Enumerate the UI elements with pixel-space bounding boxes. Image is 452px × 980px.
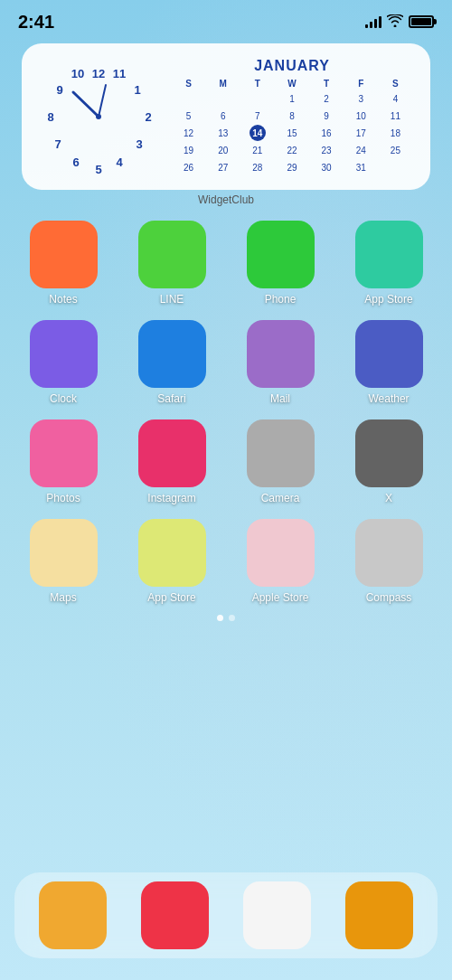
svg-text:12: 12 (92, 67, 105, 80)
calendar-day: 18 (387, 125, 403, 141)
app-label-2: Phone (265, 293, 297, 306)
app-label-1: LINE (160, 293, 184, 306)
svg-text:10: 10 (71, 67, 84, 80)
calendar-day: 17 (353, 125, 369, 141)
app-item-camera-10[interactable]: Camera (226, 412, 334, 512)
app-label-0: Notes (49, 293, 77, 306)
app-item-line-1[interactable]: LINE (118, 213, 226, 313)
svg-line-12 (73, 92, 99, 117)
app-label-11: X (385, 492, 392, 504)
status-time: 2:41 (18, 12, 54, 33)
svg-line-13 (99, 85, 106, 117)
dock-icon-0 (39, 881, 107, 949)
calendar-day: 3 (353, 90, 369, 107)
dock-icon-1 (141, 881, 209, 949)
calendar-day: 4 (387, 90, 403, 107)
calendar-header: S (172, 78, 205, 90)
calendar-day: 8 (284, 108, 300, 124)
dock-item-0[interactable] (39, 881, 107, 949)
calendar-day: 22 (284, 142, 300, 158)
status-bar: 2:41 (0, 0, 452, 40)
app-item-clock-4[interactable]: Clock (9, 313, 118, 412)
svg-point-14 (96, 114, 101, 119)
calendar-day (181, 90, 197, 107)
app-icon-6 (247, 320, 315, 388)
app-icon-4 (30, 320, 98, 388)
calendar-day: 26 (181, 159, 197, 175)
calendar-header: W (275, 78, 308, 90)
calendar-day: 5 (181, 108, 197, 124)
svg-text:7: 7 (54, 137, 61, 151)
status-icons (365, 14, 434, 30)
dot-2 (229, 615, 235, 621)
svg-text:2: 2 (145, 110, 151, 124)
calendar-header: S (379, 78, 412, 90)
calendar-day: 12 (181, 125, 197, 141)
app-item-phone-2[interactable]: Phone (226, 213, 334, 313)
calendar-today: 14 (250, 125, 266, 141)
calendar-day: 2 (318, 90, 334, 107)
app-label-15: Compass (366, 591, 412, 604)
svg-text:4: 4 (116, 155, 123, 169)
calendar-header: T (240, 78, 274, 90)
app-item-x-11[interactable]: X (334, 412, 443, 512)
app-icon-1 (138, 221, 206, 288)
dock-icon-2 (243, 881, 311, 949)
svg-text:11: 11 (113, 67, 126, 80)
app-item-photos-8[interactable]: Photos (9, 412, 118, 512)
app-label-13: App Store (147, 591, 195, 604)
app-icon-0 (30, 221, 98, 288)
app-item-notes-0[interactable]: Notes (9, 213, 118, 313)
dock (14, 872, 438, 958)
app-item-safari-5[interactable]: Safari (118, 313, 226, 412)
app-label-3: App Store (364, 293, 412, 306)
calendar-day: 15 (284, 125, 300, 141)
calendar-day: 9 (318, 108, 334, 124)
calendar-day: 29 (284, 159, 300, 175)
calendar-day: 30 (318, 159, 334, 175)
calendar-day: 19 (181, 142, 197, 158)
app-item-mail-6[interactable]: Mail (226, 313, 334, 412)
calendar-day: 16 (318, 125, 334, 141)
app-icon-13 (138, 519, 206, 587)
dock-item-3[interactable] (345, 881, 413, 949)
app-label-12: Maps (50, 591, 76, 604)
calendar-day: 23 (318, 142, 334, 158)
app-label-14: Apple Store (252, 591, 309, 604)
app-icon-2 (247, 221, 315, 288)
app-item-compass-15[interactable]: Compass (334, 512, 443, 611)
clock-widget: 12 1 2 3 4 5 6 7 8 9 10 11 (40, 58, 157, 175)
calendar-day: 11 (387, 108, 403, 124)
calendar-day: 31 (353, 159, 369, 175)
app-item-apple-store-14[interactable]: Apple Store (226, 512, 334, 611)
app-item-app-store-3[interactable]: App Store (334, 213, 443, 313)
app-icon-7 (355, 320, 423, 388)
calendar-day: 7 (250, 108, 266, 124)
widget: 12 1 2 3 4 5 6 7 8 9 10 11 JAN (22, 43, 430, 190)
dock-icon-3 (345, 881, 413, 949)
app-label-10: Camera (261, 492, 300, 504)
app-label-5: Safari (157, 392, 185, 405)
page-dots (0, 615, 452, 621)
calendar-day: 21 (250, 142, 266, 158)
calendar-day: 20 (215, 142, 231, 158)
svg-text:6: 6 (72, 155, 79, 169)
calendar-month: JANUARY (172, 58, 412, 74)
app-item-instagram-9[interactable]: Instagram (118, 412, 226, 512)
battery-icon (409, 15, 434, 28)
app-item-maps-12[interactable]: Maps (9, 512, 118, 611)
calendar-day: 13 (215, 125, 231, 141)
calendar-grid: SMTWTFS123456789101112131415161718192021… (172, 78, 412, 175)
app-icon-9 (138, 419, 206, 487)
app-item-weather-7[interactable]: Weather (334, 313, 443, 412)
calendar-day (215, 90, 231, 107)
dock-item-2[interactable] (243, 881, 311, 949)
app-icon-14 (247, 519, 315, 587)
calendar-day: 6 (215, 108, 231, 124)
svg-text:9: 9 (56, 83, 62, 97)
dock-item-1[interactable] (141, 881, 209, 949)
app-item-app-store-13[interactable]: App Store (118, 512, 226, 611)
dot-1 (217, 615, 223, 621)
app-label-9: Instagram (147, 492, 195, 504)
calendar-header: M (206, 78, 240, 90)
